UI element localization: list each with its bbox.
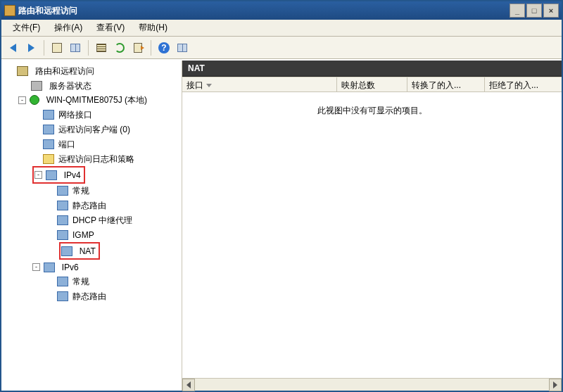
ipv4-static-icon <box>57 201 68 210</box>
toolbar: ? <box>1 37 562 59</box>
tree-ipv4-general[interactable]: 常规 <box>70 185 91 196</box>
chevron-left-icon <box>186 381 191 388</box>
columns-button[interactable] <box>174 39 191 56</box>
tree-server-name[interactable]: WIN-QMITME8075J (本地) <box>44 94 149 106</box>
up-folder-icon <box>52 43 62 53</box>
expander-ipv6[interactable]: - <box>32 263 40 271</box>
tree-ipv4-igmp[interactable]: IGMP <box>70 229 96 241</box>
client-area: 路由和远程访问 服务器状态 - WIN-QMITME8075J (本地) <box>1 59 562 391</box>
tree-ipv6-general[interactable]: 常规 <box>70 276 91 287</box>
column-headers: 接口 映射总数 转换了的入... 拒绝了的入... <box>182 77 562 92</box>
empty-message: 此视图中没有可显示的项目。 <box>182 92 562 117</box>
tree-server-status[interactable]: 服务器状态 <box>47 80 94 91</box>
col-interface-label: 接口 <box>186 80 203 91</box>
title-bar: 路由和远程访问 _ □ × <box>1 1 562 20</box>
export-button[interactable] <box>129 39 146 56</box>
tree-remote-access-logging[interactable]: 远程访问日志和策略 <box>56 153 137 165</box>
logging-folder-icon <box>43 154 54 164</box>
menu-help[interactable]: 帮助(H) <box>132 20 175 35</box>
menu-file[interactable]: 文件(F) <box>6 20 47 35</box>
app-window: 路由和远程访问 _ □ × 文件(F) 操作(A) 查看(V) 帮助(H) ? <box>0 0 563 392</box>
tree-ipv4-static-routes[interactable]: 静态路由 <box>70 200 108 211</box>
forward-arrow-icon <box>28 44 34 52</box>
detail-header: NAT <box>182 61 562 77</box>
refresh-button[interactable] <box>111 39 128 56</box>
properties-icon <box>96 44 106 52</box>
refresh-icon <box>115 43 125 53</box>
col-inbound-translated[interactable]: 转换了的入... <box>407 77 485 91</box>
tree-root[interactable]: 路由和远程访问 <box>33 65 96 77</box>
detail-pane: NAT 接口 映射总数 转换了的入... 拒绝了的入... 此视图中没有可显示的… <box>182 61 562 391</box>
tree-ipv6-static-routes[interactable]: 静态路由 <box>70 291 108 302</box>
tree-panel[interactable]: 路由和远程访问 服务器状态 - WIN-QMITME8075J (本地) <box>1 61 182 391</box>
toolbar-separator <box>151 40 151 56</box>
maximize-button[interactable]: □ <box>526 4 542 18</box>
highlight-nat: NAT <box>59 242 99 260</box>
tree-ipv4-dhcp-relay[interactable]: DHCP 中继代理 <box>70 215 134 226</box>
server-icon <box>30 95 39 105</box>
ipv4-igmp-icon <box>57 230 68 240</box>
window-title: 路由和远程访问 <box>18 5 508 17</box>
up-button[interactable] <box>49 39 65 56</box>
rras-root-icon <box>17 66 28 76</box>
ipv6-static-icon <box>57 291 68 301</box>
net-iface-icon <box>43 110 54 120</box>
menu-view[interactable]: 查看(V) <box>89 20 132 35</box>
back-arrow-icon <box>10 44 16 52</box>
nav-tree: 路由和远程访问 服务器状态 - WIN-QMITME8075J (本地) <box>3 63 180 303</box>
col-interface[interactable]: 接口 <box>182 77 337 91</box>
ipv4-general-icon <box>57 186 68 196</box>
highlight-ipv4: - IPv4 <box>32 166 85 184</box>
help-icon: ? <box>158 42 170 53</box>
toolbar-separator <box>88 40 89 56</box>
ipv4-nat-icon <box>61 246 72 256</box>
ras-clients-icon <box>43 125 54 134</box>
export-list-icon <box>134 43 142 53</box>
ports-icon <box>43 139 54 149</box>
menu-action[interactable]: 操作(A) <box>47 20 89 35</box>
scroll-track[interactable] <box>195 379 549 391</box>
scroll-left-button[interactable] <box>182 379 195 391</box>
scroll-right-button[interactable] <box>549 379 562 391</box>
showhide-tree-icon <box>70 44 80 52</box>
tree-network-interfaces[interactable]: 网络接口 <box>56 109 94 120</box>
chevron-right-icon <box>553 381 557 388</box>
sort-indicator-icon <box>206 84 212 87</box>
toolbar-separator <box>44 40 44 56</box>
columns-icon <box>177 44 187 52</box>
close-button[interactable]: × <box>543 4 559 18</box>
expander-ipv4[interactable]: - <box>34 171 42 179</box>
menu-bar: 文件(F) 操作(A) 查看(V) 帮助(H) <box>1 20 562 37</box>
col-inbound-rejected[interactable]: 拒绝了的入... <box>485 77 562 91</box>
properties-button[interactable] <box>93 39 110 56</box>
help-button[interactable]: ? <box>156 39 172 56</box>
server-status-icon <box>31 81 42 91</box>
ipv4-icon <box>46 170 57 180</box>
minimize-button[interactable]: _ <box>510 4 525 18</box>
tree-ports[interactable]: 端口 <box>56 139 77 150</box>
horizontal-scrollbar[interactable] <box>182 378 562 391</box>
back-button[interactable] <box>4 39 21 56</box>
app-icon <box>4 5 15 16</box>
expander-server[interactable]: - <box>18 96 26 104</box>
tree-ipv4-nat[interactable]: NAT <box>77 246 98 257</box>
ipv6-icon <box>44 263 55 272</box>
tree-ipv6[interactable]: IPv6 <box>60 262 81 273</box>
col-total-mappings[interactable]: 映射总数 <box>337 77 407 91</box>
tree-remote-access-clients[interactable]: 远程访问客户端 (0) <box>56 124 132 135</box>
list-body: 此视图中没有可显示的项目。 <box>182 92 562 378</box>
tree-ipv4[interactable]: IPv4 <box>62 170 83 181</box>
showhide-tree-button[interactable] <box>67 39 84 56</box>
ipv4-dhcp-icon <box>57 215 68 225</box>
ipv6-general-icon <box>57 277 68 286</box>
forward-button[interactable] <box>23 39 39 56</box>
